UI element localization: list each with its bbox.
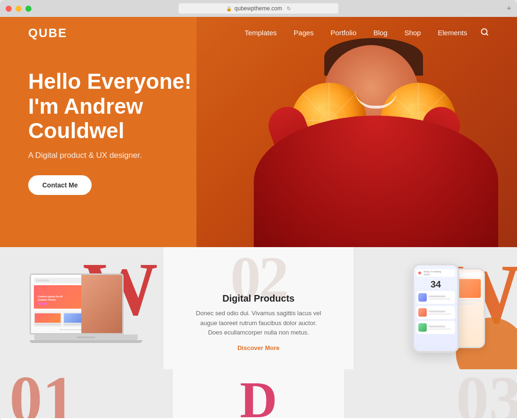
card-center: 02 Digital Products Donec sed odio dui. … bbox=[163, 247, 354, 369]
bottom-number-01: 01 bbox=[9, 369, 75, 418]
phone-card-sub-1 bbox=[429, 298, 451, 300]
bottom-card-right: 03 bbox=[345, 369, 517, 418]
nav-item-templates[interactable]: Templates bbox=[244, 29, 276, 37]
laptop-base bbox=[30, 340, 142, 343]
hero-title-line1: Hello Everyone! bbox=[28, 69, 192, 93]
nav-item-elements[interactable]: Elements bbox=[438, 29, 467, 37]
minimize-dot[interactable] bbox=[16, 6, 22, 12]
close-dot[interactable] bbox=[6, 6, 12, 12]
website-content: QUBE Templates Pages Portfolio Blog Shop… bbox=[0, 17, 517, 420]
phone-card-title-2 bbox=[429, 311, 446, 312]
laptop-screen-content: Creative spaces for allCreative Thinker bbox=[31, 275, 122, 333]
bottom-card-left: 01 bbox=[0, 369, 172, 418]
phone-status-dot1 bbox=[418, 272, 421, 274]
phone-card-title-3 bbox=[429, 326, 446, 327]
nav-item-blog[interactable]: Blog bbox=[373, 29, 387, 37]
phone-card-icon-3 bbox=[418, 323, 427, 332]
phone-card-text-2 bbox=[429, 311, 453, 315]
add-tab-button[interactable]: + bbox=[506, 4, 511, 14]
phone-card-icon-2 bbox=[418, 308, 427, 317]
main-nav: QUBE Templates Pages Portfolio Blog Shop… bbox=[0, 17, 517, 49]
person-sweater bbox=[254, 116, 498, 247]
hero-subtitle: A Digital product & UX designer. bbox=[28, 151, 204, 160]
fullscreen-dot[interactable] bbox=[25, 6, 31, 12]
phone-card-sub-3 bbox=[429, 328, 451, 330]
address-bar[interactable]: 🔒 qubewptheme.com ↻ bbox=[179, 3, 338, 14]
card-left: W Creative spaces for allCreative Thinke… bbox=[0, 247, 163, 369]
phone-card-sub-2 bbox=[429, 313, 451, 315]
laptop-mockup: Creative spaces for allCreative Thinker bbox=[30, 273, 142, 343]
refresh-icon[interactable]: ↻ bbox=[287, 6, 291, 12]
hero-title: Hello Everyone! I'm Andrew Couldwel bbox=[28, 69, 204, 144]
phone-card-title-1 bbox=[429, 296, 446, 297]
url-text: qubewptheme.com bbox=[235, 5, 282, 12]
discover-more-link[interactable]: Discover More bbox=[237, 344, 280, 351]
phone-mockup: Today I'm feelingJoyful 34 bbox=[412, 264, 459, 353]
nav-link-templates[interactable]: Templates bbox=[244, 29, 276, 37]
nav-item-pages[interactable]: Pages bbox=[294, 29, 314, 37]
card-title: Digital Products bbox=[222, 293, 294, 304]
browser-frame: 🔒 qubewptheme.com ↻ + bbox=[0, 0, 517, 17]
browser-titlebar: 🔒 qubewptheme.com ↻ + bbox=[0, 0, 517, 17]
nav-menu: Templates Pages Portfolio Blog Shop Elem… bbox=[244, 29, 467, 37]
nav-item-shop[interactable]: Shop bbox=[404, 29, 421, 37]
bottom-strip: 01 D 03 bbox=[0, 369, 517, 418]
phone-card-text-1 bbox=[429, 296, 453, 300]
screen-hero-text: Creative spaces for allCreative Thinker bbox=[38, 295, 63, 301]
lock-icon: 🔒 bbox=[226, 6, 232, 11]
phone-card-icon-1 bbox=[418, 293, 427, 302]
hero-content: Hello Everyone! I'm Andrew Couldwel A Di… bbox=[0, 17, 233, 247]
card-right: W Today I'm feelingJoyful 34 bbox=[354, 247, 517, 369]
bottom-letter-d: D bbox=[240, 374, 277, 418]
phone-card-3 bbox=[416, 321, 455, 334]
bottom-number-03: 03 bbox=[456, 369, 517, 418]
nav-link-blog[interactable]: Blog bbox=[373, 29, 387, 37]
phone-card-2 bbox=[416, 306, 455, 319]
phone-large-number: 34 bbox=[416, 279, 455, 290]
phone-status-text: Today I'm feelingJoyful bbox=[423, 270, 453, 276]
nav-link-elements[interactable]: Elements bbox=[438, 29, 467, 37]
nav-link-pages[interactable]: Pages bbox=[294, 29, 314, 37]
nav-link-portfolio[interactable]: Portfolio bbox=[330, 29, 356, 37]
hero-section: Hello Everyone! I'm Andrew Couldwel A Di… bbox=[0, 17, 517, 247]
search-icon[interactable] bbox=[480, 28, 489, 39]
phone-screen: Today I'm feelingJoyful 34 bbox=[414, 265, 457, 351]
phone-card-text-3 bbox=[429, 326, 453, 330]
phone-header-bar: Today I'm feelingJoyful bbox=[416, 269, 455, 277]
svg-line-1 bbox=[486, 33, 487, 35]
laptop-body bbox=[34, 334, 138, 340]
site-logo[interactable]: QUBE bbox=[28, 26, 67, 40]
nav-link-shop[interactable]: Shop bbox=[404, 29, 421, 37]
nav-item-portfolio[interactable]: Portfolio bbox=[330, 29, 356, 37]
screen-hero-block: Creative spaces for allCreative Thinker bbox=[34, 285, 119, 309]
laptop-screen: Creative spaces for allCreative Thinker bbox=[30, 273, 124, 334]
hero-title-line2: I'm Andrew Couldwel bbox=[28, 94, 143, 143]
phone-card-1 bbox=[416, 291, 455, 304]
cards-section: W Creative spaces for allCreative Thinke… bbox=[0, 247, 517, 369]
bottom-card-center: D bbox=[172, 369, 345, 418]
phone-outer: Today I'm feelingJoyful 34 bbox=[412, 264, 459, 353]
hero-photo-area bbox=[196, 17, 517, 247]
card-description: Donec sed odio dui. Vivamus sagittis lac… bbox=[193, 309, 324, 338]
contact-button[interactable]: Contact Me bbox=[28, 175, 92, 195]
